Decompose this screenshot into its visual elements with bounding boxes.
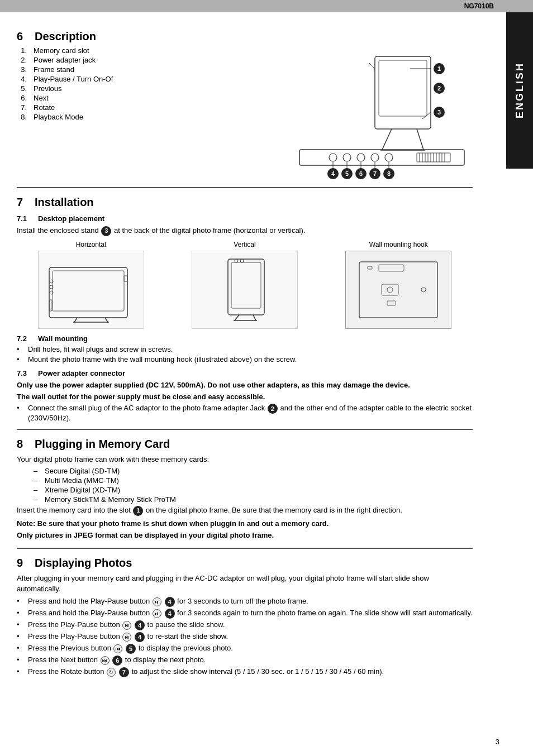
note1: Note: Be sure that your photo frame is s… [17, 518, 473, 529]
subsection72-title: Wall mounting [38, 334, 88, 343]
svg-point-62 [235, 259, 238, 262]
badge-4: 4 [165, 597, 175, 607]
svg-line-59 [235, 315, 239, 320]
play-pause-icon: ⏯ [153, 597, 161, 606]
svg-line-3 [417, 129, 423, 150]
svg-rect-58 [231, 262, 261, 308]
subsection73-header: 7.3 Power adapter connector [17, 369, 473, 377]
bullet-item: Drill holes, fit wall plugs and screw in… [17, 345, 473, 353]
list-item: Xtreme Digital (XD-TM) [34, 486, 473, 494]
subsection71-number: 7.1 [17, 214, 32, 223]
svg-text:6: 6 [359, 170, 363, 177]
badge-4d: 4 [135, 632, 145, 642]
list-item: 6.Next [17, 94, 272, 102]
displaying-photos-list: Press and hold the Play-Pause button ⏯ 4… [17, 597, 473, 677]
section6-title: Description [35, 30, 96, 43]
svg-line-5 [369, 63, 375, 69]
section-divider-2 [17, 429, 473, 430]
list-item: 3.Frame stand [17, 65, 272, 74]
section9-intro: After plugging in your memory card and p… [17, 573, 473, 595]
section7-number: 7 [17, 196, 28, 209]
svg-rect-56 [124, 276, 127, 281]
list-item: 2.Power adapter jack [17, 56, 272, 64]
model-number: NG7010B [464, 2, 494, 10]
list-item: 8.Playback Mode [17, 113, 272, 121]
bullet-item: Press the Play-Pause button ⏯ 4 to re-st… [17, 632, 473, 642]
svg-rect-15 [299, 150, 464, 165]
description-list: 1.Memory card slot 2.Power adapter jack … [17, 46, 272, 121]
installation-columns: Horizontal [17, 241, 473, 329]
device-diagram: 1 2 3 [288, 52, 467, 180]
svg-point-68 [387, 287, 393, 293]
subsection71-title: Desktop placement [38, 214, 104, 223]
wall-label: Wall mounting hook [369, 241, 428, 248]
svg-point-20 [385, 154, 393, 161]
subsection73-title: Power adapter connector [38, 369, 125, 377]
play-pause-icon3: ⏯ [122, 621, 131, 630]
svg-text:2: 2 [437, 85, 441, 92]
svg-rect-67 [382, 284, 398, 295]
section7-title: Installation [35, 196, 94, 209]
play-pause-icon4: ⏯ [122, 633, 131, 642]
bullet-item: Press the Play-Pause button ⏯ 4 to pause… [17, 620, 473, 630]
bullet-item: Mount the photo frame with the wall moun… [17, 355, 473, 363]
play-pause-icon2: ⏯ [153, 609, 161, 618]
prev-icon: ⏮ [113, 644, 122, 653]
top-bar: NG7010B [0, 0, 533, 12]
svg-point-70 [421, 288, 426, 292]
svg-rect-0 [375, 56, 431, 129]
list-item: 1.Memory card slot [17, 46, 272, 55]
badge-3: 3 [101, 226, 111, 236]
language-label: ENGLISH [514, 62, 526, 118]
svg-text:7: 7 [373, 170, 377, 177]
section8-intro: Your digital photo frame can work with t… [17, 454, 473, 465]
list-item: Memory StickTM & Memory Stick ProTM [34, 495, 473, 504]
svg-line-50 [105, 318, 108, 322]
bullet-item: Connect the small plug of the AC adaptor… [17, 404, 473, 422]
section7-header: 7 Installation [17, 196, 473, 209]
bullet-item: Press the Previous button ⏮ 5 to display… [17, 644, 473, 654]
svg-point-16 [329, 154, 337, 161]
install-horizontal: Horizontal [17, 241, 165, 329]
section8-title: Plugging in Memory Card [35, 438, 170, 451]
subsection71-header: 7.1 Desktop placement [17, 214, 473, 223]
desktop-placement-desc: Install the enclosed stand 3 at the back… [17, 225, 473, 236]
svg-point-63 [240, 259, 244, 262]
badge-7: 7 [119, 667, 129, 677]
section9-number: 9 [17, 557, 28, 570]
bullet-item: Press and hold the Play-Pause button ⏯ 4… [17, 609, 473, 619]
side-tab: ENGLISH [506, 12, 533, 169]
section8-number: 8 [17, 438, 28, 451]
badge-6: 6 [112, 655, 122, 666]
section6-list: 1.Memory card slot 2.Power adapter jack … [17, 46, 272, 180]
badge-2: 2 [268, 404, 278, 414]
power-bold2: The wall outlet for the power supply mus… [17, 391, 473, 403]
wall-svg [351, 256, 446, 323]
section9-header: 9 Displaying Photos [17, 557, 473, 570]
power-bold1: Only use the power adapter supplied (DC … [17, 380, 473, 391]
svg-rect-65 [379, 265, 404, 271]
subsection72-header: 7.2 Wall mounting [17, 334, 473, 343]
badge-4c: 4 [135, 620, 145, 630]
section6-number: 6 [17, 30, 28, 43]
main-content: 6 Description 1.Memory card slot 2.Power… [0, 12, 506, 689]
memory-cards-list: Secure Digital (SD-TM) Multi Media (MMC-… [17, 467, 473, 504]
install-vertical: Vertical [170, 241, 318, 329]
svg-text:8: 8 [387, 170, 391, 177]
list-item: Secure Digital (SD-TM) [34, 467, 473, 475]
install-wall: Wall mounting hook [325, 241, 473, 329]
section6-diagram: 1 2 3 [283, 46, 473, 180]
svg-rect-48 [53, 271, 124, 311]
subsection73-number: 7.3 [17, 369, 32, 377]
section9-title: Displaying Photos [35, 557, 132, 570]
section-divider-3 [17, 548, 473, 549]
svg-rect-47 [49, 267, 127, 318]
insert-text: Insert the memory card into the slot 1 o… [17, 505, 473, 516]
badge-1: 1 [133, 506, 143, 516]
vertical-label: Vertical [234, 241, 255, 248]
note2: Only pictures in JPEG format can be disp… [17, 530, 473, 541]
bullet-item: Press the Rotate button ↻ 7 to adjust th… [17, 667, 473, 677]
bullet-item: Press the Next button ⏭ 6 to display the… [17, 655, 473, 666]
svg-text:5: 5 [345, 170, 349, 177]
wall-diagram [345, 251, 451, 329]
